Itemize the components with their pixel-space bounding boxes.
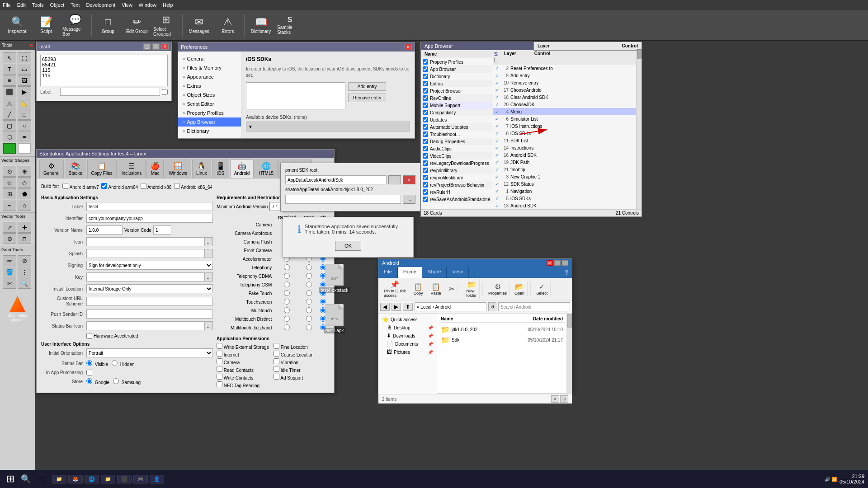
tab-general[interactable]: ⚙General xyxy=(39,160,64,178)
tool-poly[interactable]: ⬡ xyxy=(3,131,16,142)
ab-check-18[interactable] xyxy=(423,189,428,195)
fe-tab-share[interactable]: Share xyxy=(422,267,447,278)
vt-tool-2[interactable]: ✚ xyxy=(18,222,31,233)
tab-html5[interactable]: 🌐HTML5 xyxy=(255,160,278,178)
icon-input[interactable] xyxy=(86,237,205,246)
sdk-root-input[interactable] xyxy=(285,175,387,184)
ab-check-15[interactable] xyxy=(423,168,428,173)
vs-tool-7[interactable]: ⌁ xyxy=(3,200,16,211)
fe-search-input[interactable] xyxy=(498,302,570,311)
taskbar-files-btn[interactable]: 📁 xyxy=(52,475,66,483)
fe-refresh-btn[interactable]: ↺ xyxy=(488,302,496,311)
prefs-script-editor[interactable]: Script Editor xyxy=(178,99,241,108)
fe-min-btn[interactable] xyxy=(554,260,561,266)
app-browser-scrollbar[interactable] xyxy=(636,50,642,209)
ab-item-9[interactable]: Automatic Updates xyxy=(421,123,493,131)
toolbar-group[interactable]: □ Group xyxy=(94,11,122,39)
fe-grid-view-btn[interactable]: ⊞ xyxy=(560,395,568,403)
vt-tool-4[interactable]: ⊓ xyxy=(18,233,31,244)
req-required-radio[interactable] xyxy=(284,273,290,279)
vs-tool-4[interactable]: ◇ xyxy=(18,177,31,188)
fe-documents-item[interactable]: 📄 Documents 📌 xyxy=(380,340,435,348)
toolbar-edit-group[interactable]: ✏ Edit Group xyxy=(123,11,151,39)
ab-check-9[interactable] xyxy=(423,124,428,130)
ab-item-16[interactable]: revprofileslibrary xyxy=(421,174,493,181)
ab-check-14[interactable] xyxy=(423,160,428,166)
file-apk[interactable]: APK test4.apk xyxy=(294,302,375,333)
ab-check-12[interactable] xyxy=(423,146,428,151)
fe-quick-access-item[interactable]: ⭐ Quick access xyxy=(380,315,435,324)
fe-select-btn[interactable]: ✓ Select xyxy=(533,282,551,296)
ab-item-10[interactable]: Troubleshoot... xyxy=(421,131,493,138)
fe-address-bar[interactable] xyxy=(415,302,486,311)
req-required-radio[interactable] xyxy=(284,307,290,313)
taskbar-firefox-btn[interactable]: 🦊 xyxy=(68,475,83,483)
fe-tab-file[interactable]: File xyxy=(378,267,398,278)
taskbar-app5-btn[interactable]: 🎮 xyxy=(133,475,148,483)
fe-desktop-item[interactable]: 🖥 Desktop 📌 xyxy=(380,324,435,332)
tool-graphic[interactable]: △ xyxy=(3,98,16,108)
vs-tool-8[interactable]: ⌂ xyxy=(18,200,31,211)
taskbar-explorer-btn[interactable]: 📁 xyxy=(101,475,115,483)
status-bar-visible-radio[interactable] xyxy=(86,360,92,366)
test4-checkbox[interactable] xyxy=(162,89,168,95)
tab-mac[interactable]: 🍎Mac xyxy=(146,160,164,178)
ab-item-19[interactable]: revSaveAsAndroidStandalone xyxy=(421,196,493,203)
ab-check-13[interactable] xyxy=(423,153,428,159)
pt-tool-5[interactable]: ✂ xyxy=(3,278,16,289)
tool-rrect[interactable]: ▢ xyxy=(3,120,16,131)
build-x86-64-check[interactable] xyxy=(174,183,180,189)
fe-downloads-item[interactable]: ⬇ Downloads 📌 xyxy=(380,332,435,340)
tool-pointer[interactable]: ↖ xyxy=(3,52,16,63)
perm-vibration-check[interactable] xyxy=(274,358,279,364)
push-sender-input[interactable] xyxy=(86,310,213,319)
tool-button[interactable]: ▭ xyxy=(18,64,31,75)
menu-view[interactable]: View xyxy=(122,2,132,8)
status-bar-icon-browse-btn[interactable]: ... xyxy=(205,321,213,330)
toolbar-message-box[interactable]: 💬 Message Box xyxy=(61,11,89,39)
ab-check-17[interactable] xyxy=(423,182,428,188)
tool-rect[interactable]: □ xyxy=(18,109,31,120)
file-oxtstack[interactable]: OXT test4.oxtstack xyxy=(294,262,375,293)
build-armv7-check[interactable] xyxy=(62,183,68,189)
toolbar-script[interactable]: 📝 Script xyxy=(33,11,60,39)
fe-copy-btn[interactable]: 📋 Copy xyxy=(411,282,426,296)
fe-item-jdk[interactable]: 📁 jdk1.8.0_202 05/10/2024 15:10 xyxy=(439,324,565,335)
ab-item-5[interactable]: RevOnline xyxy=(421,94,493,102)
taskbar-chrome-btn[interactable]: 🌐 xyxy=(85,475,99,483)
perm-read-contacts-check[interactable] xyxy=(217,366,222,372)
ab-check-1[interactable] xyxy=(423,66,428,72)
tool-text[interactable]: T xyxy=(3,64,16,75)
ab-item-14[interactable]: revLegacyDownloadProgress xyxy=(421,160,493,167)
sdk-root-clear-btn[interactable]: ✕ xyxy=(403,175,415,184)
toolbar-messages[interactable]: ✉ Messages xyxy=(185,11,212,39)
pt-tool-1[interactable]: ✏ xyxy=(3,255,16,266)
ab-item-4[interactable]: Project Browser xyxy=(421,87,493,94)
pt-tool-4[interactable]: ⋮ xyxy=(18,267,31,277)
ab-check-19[interactable] xyxy=(423,197,428,202)
menu-edit[interactable]: Edit xyxy=(17,2,26,8)
build-arm64-check[interactable] xyxy=(101,183,107,189)
tab-ios[interactable]: 📱iOS xyxy=(212,160,229,178)
tool-color1[interactable] xyxy=(3,143,16,154)
splash-browse-btn[interactable]: ... xyxy=(205,249,213,258)
menu-text[interactable]: Text xyxy=(71,2,80,8)
tool-image[interactable]: 🖼 xyxy=(18,75,31,86)
ab-check-0[interactable] xyxy=(423,59,428,65)
tool-select[interactable]: ⬚ xyxy=(18,52,31,63)
label-input[interactable] xyxy=(86,202,213,211)
perm-fine-location-check[interactable] xyxy=(274,343,279,349)
menu-help[interactable]: Help xyxy=(163,2,173,8)
ab-check-6[interactable] xyxy=(423,103,428,108)
prefs-app-browser[interactable]: App Browser xyxy=(178,117,241,127)
fe-list-view-btn[interactable]: ≡ xyxy=(551,395,559,403)
ab-item-17[interactable]: revProjectBrowserBehavior xyxy=(421,181,493,188)
ab-check-10[interactable] xyxy=(423,131,428,137)
ab-item-13[interactable]: VideoClips xyxy=(421,152,493,160)
ab-check-7[interactable] xyxy=(423,110,428,115)
ab-item-15[interactable]: revprintlibrary xyxy=(421,167,493,174)
perm-write-contacts-check[interactable] xyxy=(217,374,222,380)
fe-new-folder-btn[interactable]: 📁 Newfolder xyxy=(464,279,480,299)
vs-tool-3[interactable]: ☆ xyxy=(3,177,16,188)
menu-window[interactable]: Window xyxy=(139,2,156,8)
